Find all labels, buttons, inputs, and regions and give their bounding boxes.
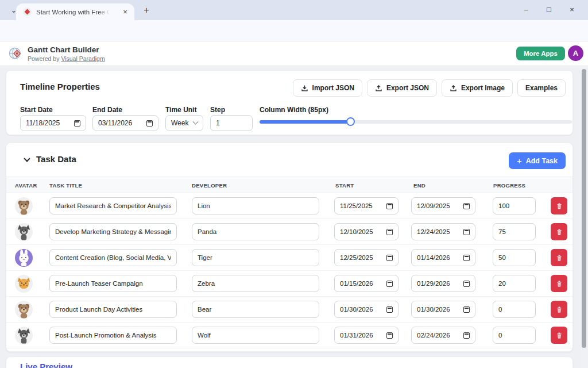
calendar-icon[interactable] [386, 229, 393, 235]
end-date-field[interactable]: 12/24/2025 [411, 223, 475, 240]
start-date-field[interactable]: 12/25/2025 [334, 249, 399, 266]
end-date-value: 03/11/2026 [98, 119, 146, 127]
end-date-field[interactable]: 01/30/2026 [411, 301, 475, 318]
trash-icon [556, 306, 563, 313]
minimize-button[interactable]: – [514, 0, 537, 20]
cat-avatar-icon [15, 275, 33, 293]
task-rows: 11/25/2025 12/09/2025 12/10/2025 12/24/2… [6, 193, 572, 348]
calendar-icon[interactable] [463, 306, 470, 313]
developer-input[interactable] [192, 197, 319, 214]
end-date-field[interactable]: 03/11/2026 [92, 115, 158, 131]
progress-input[interactable] [493, 301, 536, 318]
end-date-value: 12/24/2025 [417, 228, 463, 235]
developer-input[interactable] [192, 223, 319, 240]
time-unit-label: Time Unit [165, 106, 196, 114]
timeline-properties-card: Timeline Properties Import JSON Export J… [6, 70, 573, 135]
task-title-input[interactable] [49, 327, 177, 344]
calendar-icon[interactable] [463, 203, 470, 209]
new-tab-button[interactable]: + [140, 4, 153, 17]
delete-task-button[interactable] [551, 327, 567, 344]
time-unit-select[interactable]: Week [165, 115, 203, 131]
user-avatar[interactable]: A [568, 45, 583, 61]
tab-close-icon[interactable]: × [121, 7, 130, 17]
end-date-field[interactable]: 01/29/2026 [411, 275, 475, 292]
developer-input[interactable] [192, 275, 319, 292]
page-scrollbar[interactable] [580, 66, 588, 368]
column-width-slider-thumb[interactable] [346, 117, 355, 126]
start-date-field[interactable]: 01/15/2026 [334, 275, 399, 292]
col-developer: DEVELOPER [192, 182, 227, 189]
start-date-field[interactable]: 01/30/2026 [334, 301, 399, 318]
progress-input[interactable] [493, 197, 536, 214]
table-header: AVATAR TASK TITLE DEVELOPER START END PR… [6, 177, 572, 193]
start-date-value: 01/15/2026 [340, 280, 386, 287]
calendar-icon[interactable] [386, 255, 393, 261]
task-row: 12/25/2025 01/14/2026 [6, 245, 572, 271]
progress-input[interactable] [493, 223, 536, 240]
task-row: 12/10/2025 12/24/2025 [6, 219, 572, 245]
end-date-field[interactable]: 12/09/2025 [411, 197, 475, 214]
task-title-input[interactable] [49, 249, 177, 266]
start-date-field[interactable]: 11/18/2025 [20, 115, 86, 131]
calendar-icon[interactable] [74, 120, 80, 126]
start-date-field[interactable]: 11/25/2025 [334, 197, 399, 214]
time-unit-value: Week [171, 119, 194, 127]
developer-input[interactable] [192, 327, 319, 344]
step-input[interactable] [210, 115, 253, 131]
export-json-button[interactable]: Export JSON [367, 79, 437, 97]
progress-input[interactable] [493, 327, 536, 344]
calendar-icon[interactable] [386, 306, 393, 313]
add-task-button[interactable]: + Add Task [509, 152, 566, 169]
app-header: Gantt Chart Builder Powered by Visual Pa… [0, 41, 588, 66]
maximize-button[interactable]: □ [537, 0, 560, 20]
plus-icon: + [517, 156, 522, 166]
calendar-icon[interactable] [463, 255, 470, 261]
end-date-field[interactable]: 02/24/2026 [411, 327, 475, 344]
delete-task-button[interactable] [551, 223, 567, 240]
calendar-icon[interactable] [386, 281, 393, 287]
delete-task-button[interactable] [551, 275, 567, 292]
examples-button[interactable]: Examples [517, 79, 566, 97]
calendar-icon[interactable] [463, 332, 470, 339]
task-title-input[interactable] [49, 301, 177, 318]
start-date-field[interactable]: 01/31/2026 [334, 327, 399, 344]
task-title-input[interactable] [49, 275, 177, 292]
calendar-icon[interactable] [146, 120, 153, 126]
col-end: END [413, 182, 425, 189]
export-image-button[interactable]: Export Image [442, 79, 513, 97]
powered-by: Powered by Visual Paradigm [28, 55, 105, 62]
delete-task-button[interactable] [551, 301, 567, 318]
scrollbar-thumb[interactable] [582, 69, 586, 348]
developer-input[interactable] [192, 249, 319, 266]
task-title-input[interactable] [49, 223, 177, 240]
start-date-value: 11/18/2025 [26, 119, 74, 127]
import-json-button[interactable]: Import JSON [293, 79, 362, 97]
progress-input[interactable] [493, 249, 536, 266]
visual-paradigm-link[interactable]: Visual Paradigm [61, 55, 105, 62]
task-title-input[interactable] [49, 197, 177, 214]
tab-title: Start Working with Free Online [36, 9, 110, 16]
developer-input[interactable] [192, 301, 319, 318]
start-date-label: Start Date [20, 106, 53, 114]
calendar-icon[interactable] [463, 281, 470, 287]
calendar-icon[interactable] [386, 332, 393, 339]
calendar-icon[interactable] [386, 203, 393, 209]
task-data-title: Task Data [36, 154, 76, 164]
more-apps-button[interactable]: More Apps [516, 47, 565, 60]
progress-input[interactable] [493, 275, 536, 292]
collapse-chevron-icon[interactable] [24, 155, 30, 162]
end-date-value: 01/30/2026 [417, 306, 463, 313]
delete-task-button[interactable] [551, 197, 567, 214]
bear-avatar-icon [15, 301, 33, 319]
task-row: 01/15/2026 01/29/2026 [6, 271, 572, 297]
end-date-value: 12/09/2025 [417, 202, 463, 209]
start-date-field[interactable]: 12/10/2025 [334, 223, 399, 240]
column-width-slider-fill [260, 120, 350, 124]
end-date-field[interactable]: 01/14/2026 [411, 249, 475, 266]
close-button[interactable]: × [560, 0, 583, 20]
browser-tab[interactable]: Start Working with Free Online × [16, 3, 134, 20]
column-width-slider[interactable] [260, 120, 572, 124]
calendar-icon[interactable] [463, 229, 470, 235]
delete-task-button[interactable] [551, 249, 567, 266]
start-date-value: 01/31/2026 [340, 332, 386, 339]
